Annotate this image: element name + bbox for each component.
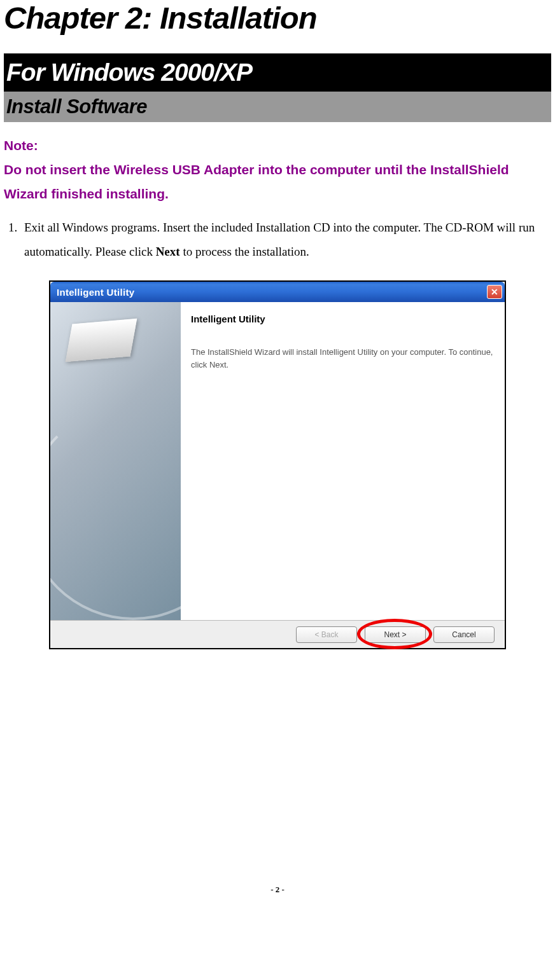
close-icon: ✕: [491, 287, 498, 297]
xp-titlebar: Intelligent Utility ✕: [50, 282, 505, 302]
cancel-button[interactable]: Cancel: [433, 626, 495, 643]
installer-screenshot: Intelligent Utility ✕ Intelligent Utilit…: [49, 280, 506, 649]
xp-titlebar-text: Intelligent Utility: [57, 287, 134, 298]
next-button[interactable]: Next >: [365, 626, 426, 643]
note-block: Note: Do not insert the Wireless USB Ada…: [4, 134, 551, 205]
xp-dialog-body: Intelligent Utility The InstallShield Wi…: [50, 302, 505, 620]
step-1: Exit all Windows programs. Insert the in…: [20, 216, 551, 264]
chapter-title: Chapter 2: Installation: [4, 0, 551, 36]
next-button-highlight: Next >: [365, 626, 426, 643]
section-heading-os: For Windows 2000/XP: [4, 53, 551, 92]
step-1-bold: Next: [156, 245, 180, 258]
xp-sidebar-graphic: [50, 302, 181, 620]
xp-content-pane: Intelligent Utility The InstallShield Wi…: [181, 302, 505, 620]
section-heading-install: Install Software: [4, 92, 551, 122]
sidebar-box-icon: [66, 319, 137, 362]
xp-content-title: Intelligent Utility: [191, 314, 495, 324]
page-number: - 2 -: [4, 885, 551, 901]
step-1-text-b: to process the installation.: [180, 245, 309, 258]
note-text: Do not insert the Wireless USB Adapter i…: [4, 158, 551, 206]
step-list: Exit all Windows programs. Insert the in…: [4, 216, 551, 264]
close-button[interactable]: ✕: [487, 285, 502, 299]
xp-content-text: The InstallShield Wizard will install In…: [191, 346, 495, 371]
back-button: < Back: [296, 626, 357, 643]
xp-button-bar: < Back Next > Cancel: [50, 620, 505, 648]
sidebar-swoosh-icon: [50, 404, 181, 620]
note-label: Note:: [4, 134, 551, 158]
